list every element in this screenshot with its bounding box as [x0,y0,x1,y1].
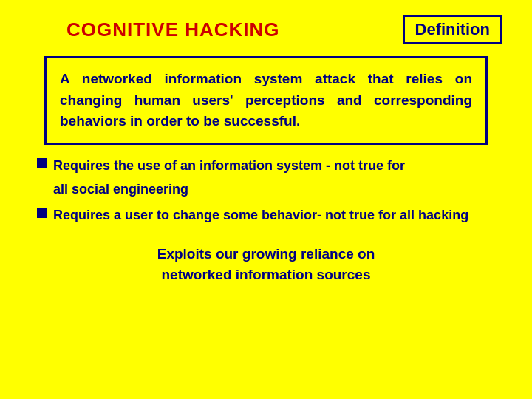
bullet-section: Requires the use of an information syste… [37,155,495,226]
definition-box: A networked information system attack th… [44,56,488,145]
slide-title: COGNITIVE HACKING [66,18,280,41]
bullet-text-2: Requires a user to change some behavior-… [53,205,495,226]
footer-line-1: Exploits our growing reliance on [22,244,510,265]
indent-text-1: all social engineering [53,179,495,200]
footer-section: Exploits our growing reliance on network… [22,244,510,286]
definition-text: A networked information system attack th… [60,69,472,132]
footer-line-2: networked information sources [22,265,510,286]
definition-badge: Definition [403,15,502,44]
bullet-item-1: Requires the use of an information syste… [37,155,495,177]
bullet-square-2 [37,208,47,218]
header-row: COGNITIVE HACKING Definition [22,15,510,44]
slide-container: COGNITIVE HACKING Definition A networked… [0,0,532,399]
bullet-square-1 [37,158,47,168]
bullet-text-1: Requires the use of an information syste… [53,155,495,177]
bullet-item-2: Requires a user to change some behavior-… [37,205,495,226]
